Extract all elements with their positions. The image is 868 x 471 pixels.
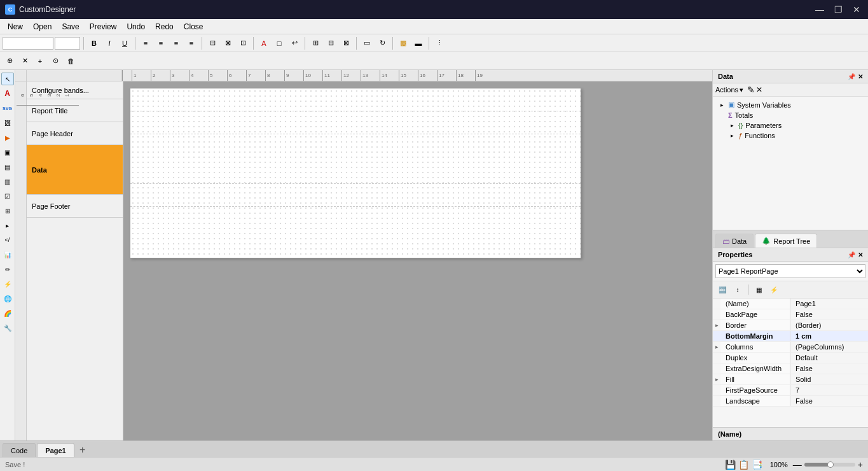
settings-tool[interactable]: 🔧 xyxy=(1,321,14,334)
tree-item-totals[interactable]: Σ Totals xyxy=(715,110,865,120)
props-close-button[interactable]: ✕ xyxy=(858,251,863,258)
prop-value-field[interactable]: (Border) xyxy=(790,320,868,330)
extra-button[interactable]: ⋮ xyxy=(432,36,446,50)
table-button[interactable]: ⊞ xyxy=(308,36,322,50)
band-page-header[interactable]: Page Header xyxy=(27,122,123,145)
props-sort-button[interactable]: ↕ xyxy=(731,283,745,297)
delete-data-button[interactable]: ✕ xyxy=(756,85,762,94)
close-button[interactable]: ✕ xyxy=(850,4,863,15)
props-pin-button[interactable]: 📌 xyxy=(848,251,855,258)
prop-expand[interactable]: ▸ xyxy=(713,320,720,330)
prop-expand[interactable]: ▸ xyxy=(713,374,720,384)
tab-page1[interactable]: Page1 xyxy=(37,443,74,457)
svg-tool[interactable]: SVG xyxy=(1,102,14,115)
zoom-in-button[interactable]: + xyxy=(858,460,863,470)
gauge-tool[interactable]: ⚡ xyxy=(1,278,14,290)
table3-button[interactable]: ⊠ xyxy=(339,36,353,50)
zoom-thumb[interactable] xyxy=(827,461,834,468)
expand-icon[interactable]: ▸ xyxy=(718,101,726,109)
underline-button[interactable]: U xyxy=(118,36,132,50)
code-tool[interactable]: </ xyxy=(1,234,14,246)
tab-report-tree[interactable]: 🌲 Report Tree xyxy=(755,234,817,248)
tree-item-functions[interactable]: ▸ ƒ Functions xyxy=(715,130,865,141)
prop-value-field[interactable]: (PageColumns) xyxy=(790,342,868,352)
tree-item-parameters[interactable]: ▸ {} Parameters xyxy=(715,120,865,130)
draw-tool[interactable]: ✏ xyxy=(1,263,14,276)
prop-value-field[interactable]: False xyxy=(790,396,868,406)
tab-data[interactable]: 🗃 Data xyxy=(715,234,754,248)
table-tool[interactable]: ⊞ xyxy=(1,204,14,217)
check-tool[interactable]: ☑ xyxy=(1,190,14,202)
menu-undo[interactable]: Undo xyxy=(121,21,150,32)
move-right-button[interactable]: ✕ xyxy=(18,54,32,68)
prop-value-field[interactable]: Page1 xyxy=(790,299,868,309)
prop-value-field[interactable]: False xyxy=(790,309,868,320)
fill-button[interactable]: ▩ xyxy=(396,36,410,50)
zoom-slider[interactable] xyxy=(804,463,855,467)
align-justify-button[interactable]: ≡ xyxy=(184,36,198,50)
expand-icon[interactable]: ▸ xyxy=(728,122,736,129)
list-button[interactable]: ⊡ xyxy=(236,36,250,50)
frame-button[interactable]: ▭ xyxy=(360,36,374,50)
prop-value-field[interactable]: 7 xyxy=(790,385,868,395)
props-category-button[interactable]: ▦ xyxy=(752,283,766,297)
tab-code[interactable]: Code xyxy=(3,443,36,457)
arrow-tool[interactable]: ▶ xyxy=(1,131,14,144)
font-name-input[interactable] xyxy=(3,37,53,50)
actions-dropdown[interactable]: ▾ xyxy=(740,86,743,94)
italic-button[interactable]: I xyxy=(102,36,116,50)
chart-tool[interactable]: 📊 xyxy=(1,248,14,261)
edit-button[interactable]: ✎ xyxy=(747,85,755,95)
font-size-input[interactable] xyxy=(55,37,80,50)
picture-tool[interactable]: 🖼 xyxy=(1,116,14,129)
rotate-button[interactable]: ↻ xyxy=(375,36,389,50)
data-close-button[interactable]: ✕ xyxy=(858,73,863,80)
undo-tb-button[interactable]: ↩ xyxy=(287,36,301,50)
add-button[interactable]: + xyxy=(33,54,47,68)
prop-value-field[interactable]: 1 cm xyxy=(790,331,868,341)
delete-button[interactable]: 🗑 xyxy=(64,54,78,68)
align-left-button[interactable]: ≡ xyxy=(139,36,153,50)
group-button[interactable]: ⊙ xyxy=(48,54,62,68)
tree-item-system-variables[interactable]: ▸ ▣ System Variables xyxy=(715,99,865,110)
move-left-button[interactable]: ⊕ xyxy=(3,54,17,68)
line-tool[interactable]: ▥ xyxy=(1,175,14,188)
border-button[interactable]: □ xyxy=(272,36,286,50)
props-sort-az-button[interactable]: 🔤 xyxy=(715,283,729,297)
menu-close[interactable]: Close xyxy=(179,21,209,32)
menu-open[interactable]: Open xyxy=(28,21,57,32)
prop-expand[interactable]: ▸ xyxy=(713,342,720,352)
menu-redo[interactable]: Redo xyxy=(150,21,179,32)
prop-value-field[interactable]: Solid xyxy=(790,374,868,384)
text-tool[interactable]: A xyxy=(1,87,14,100)
fill2-button[interactable]: ▬ xyxy=(411,36,425,50)
props-events-button[interactable]: ⚡ xyxy=(767,283,781,297)
prop-value-field[interactable]: False xyxy=(790,363,868,374)
select-tool[interactable]: ↖ xyxy=(1,73,14,85)
color-tool[interactable]: 🌈 xyxy=(1,307,14,320)
minimize-button[interactable]: — xyxy=(813,4,827,15)
outdent-button[interactable]: ⊠ xyxy=(221,36,235,50)
props-object-select[interactable]: Page1 ReportPage xyxy=(715,264,865,278)
rect-tool[interactable]: ▣ xyxy=(1,146,14,158)
indent-button[interactable]: ⊟ xyxy=(205,36,219,50)
bold-button[interactable]: B xyxy=(87,36,101,50)
menu-new[interactable]: New xyxy=(3,21,28,32)
data-pin-button[interactable]: 📌 xyxy=(848,73,855,80)
color-text-button[interactable]: A xyxy=(257,36,271,50)
page-status-icon[interactable]: 📑 xyxy=(752,460,762,470)
prop-value-field[interactable]: Default xyxy=(790,353,868,363)
align-right-button[interactable]: ≡ xyxy=(169,36,183,50)
menu-preview[interactable]: Preview xyxy=(85,21,122,32)
shape-tool[interactable]: ▤ xyxy=(1,160,14,173)
web-tool[interactable]: 🌐 xyxy=(1,292,14,305)
save-status-icon[interactable]: 💾 xyxy=(725,460,736,470)
maximize-button[interactable]: ❐ xyxy=(832,4,845,15)
band-page-footer[interactable]: Page Footer xyxy=(27,195,123,218)
align-center-button[interactable]: ≡ xyxy=(154,36,168,50)
menu-save[interactable]: Save xyxy=(57,21,84,32)
copy-status-icon[interactable]: 📋 xyxy=(738,460,749,470)
table2-button[interactable]: ⊟ xyxy=(324,36,338,50)
expand-tool[interactable]: ▸ xyxy=(1,219,14,232)
expand-icon[interactable]: ▸ xyxy=(728,132,736,139)
